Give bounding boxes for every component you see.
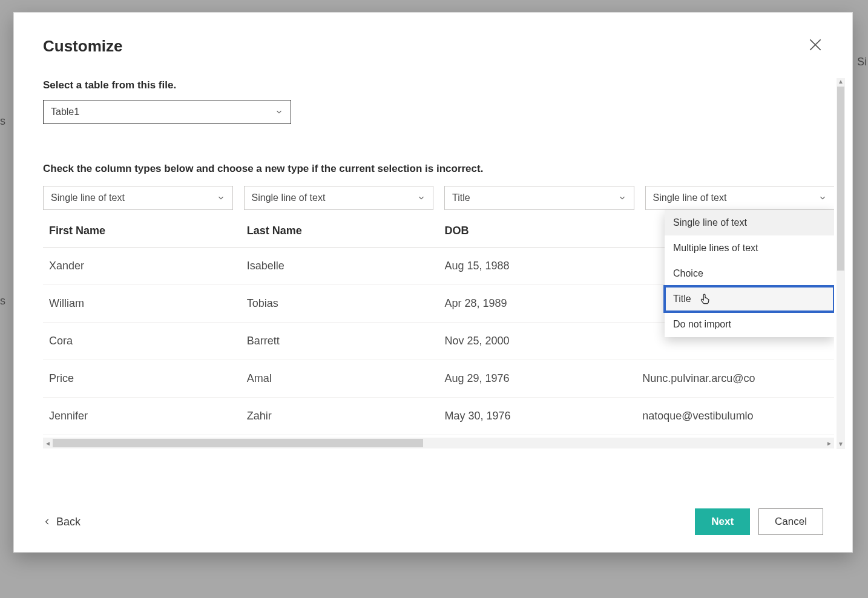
table-row: Jennifer Zahir May 30, 1976 natoque@vest… [43, 398, 834, 435]
cell-dob: May 30, 1976 [439, 398, 637, 435]
chevron-down-icon [818, 194, 827, 202]
background-text: Si [857, 56, 867, 68]
dropdown-option-title[interactable]: Title [665, 286, 834, 312]
table-row: Price Amal Aug 29, 1976 Nunc.pulvinar.ar… [43, 360, 834, 398]
close-icon [807, 37, 823, 53]
column-type-value: Single line of text [653, 192, 727, 203]
chevron-left-icon [43, 518, 51, 526]
scroll-right-arrow-icon[interactable]: ► [824, 438, 834, 448]
select-table-label: Select a table from this file. [43, 79, 834, 91]
cell-first-name: Cora [43, 323, 241, 360]
column-type-select-3[interactable]: Title [444, 186, 634, 210]
background-text: s [0, 295, 5, 307]
cell-last-name: Isabelle [241, 248, 439, 285]
cancel-button[interactable]: Cancel [758, 508, 823, 535]
scrollbar-track[interactable] [837, 87, 845, 441]
cell-dob: Aug 15, 1988 [439, 248, 637, 285]
table-header: Last Name [241, 214, 439, 248]
horizontal-scrollbar[interactable]: ◄ ► [43, 438, 834, 448]
footer-actions: Next Cancel [695, 508, 823, 535]
cell-last-name: Tobias [241, 285, 439, 323]
background-text: s [0, 115, 5, 128]
dropdown-option-single-line[interactable]: Single line of text [665, 210, 834, 235]
table-header: First Name [43, 214, 241, 248]
column-types-row: Single line of text Single line of text … [43, 186, 834, 210]
cell-email: Nunc.pulvinar.arcu@co [636, 360, 834, 398]
cell-last-name: Amal [241, 360, 439, 398]
dropdown-option-choice[interactable]: Choice [665, 261, 834, 286]
table-select[interactable]: Table1 [43, 100, 291, 124]
dropdown-option-multiple-lines[interactable]: Multiple lines of text [665, 235, 834, 261]
column-type-select-1[interactable]: Single line of text [43, 186, 233, 210]
back-button[interactable]: Back [43, 516, 81, 528]
chevron-down-icon [417, 194, 426, 202]
scrollbar-thumb[interactable] [837, 87, 844, 271]
cursor-hand-icon [699, 292, 712, 306]
column-type-value: Single line of text [252, 192, 326, 203]
next-button[interactable]: Next [695, 508, 750, 535]
scroll-down-arrow-icon[interactable]: ▼ [838, 441, 844, 449]
dropdown-option-do-not-import[interactable]: Do not import [665, 312, 834, 337]
dropdown-option-label: Title [673, 294, 691, 304]
column-type-value: Single line of text [51, 192, 125, 203]
cell-dob: Apr 28, 1989 [439, 285, 637, 323]
cell-dob: Nov 25, 2000 [439, 323, 637, 360]
scrollbar-track[interactable] [53, 438, 824, 448]
cell-last-name: Zahir [241, 398, 439, 435]
chevron-down-icon [217, 194, 225, 202]
chevron-down-icon [275, 108, 283, 116]
scroll-left-arrow-icon[interactable]: ◄ [43, 438, 53, 448]
content-area: Select a table from this file. Table1 Ch… [43, 79, 834, 485]
cell-dob: Aug 29, 1976 [439, 360, 637, 398]
back-label: Back [56, 516, 81, 528]
column-types-label: Check the column types below and choose … [43, 163, 834, 175]
customize-modal: Customize Select a table from this file.… [13, 12, 853, 553]
modal-footer: Back Next Cancel [43, 508, 823, 535]
cell-first-name: Price [43, 360, 241, 398]
cell-first-name: Xander [43, 248, 241, 285]
cell-email: natoque@vestibulumlo [636, 398, 834, 435]
column-type-value: Title [452, 192, 470, 203]
cell-first-name: Jennifer [43, 398, 241, 435]
cell-first-name: William [43, 285, 241, 323]
vertical-scrollbar[interactable]: ▲ ▼ [837, 78, 845, 449]
scroll-up-arrow-icon[interactable]: ▲ [838, 78, 844, 87]
cell-last-name: Barrett [241, 323, 439, 360]
column-type-dropdown: Single line of text Multiple lines of te… [665, 210, 834, 337]
page-title: Customize [43, 37, 823, 56]
table-select-value: Table1 [51, 107, 79, 117]
column-type-select-4[interactable]: Single line of text [645, 186, 835, 210]
scrollbar-thumb[interactable] [53, 439, 423, 447]
close-button[interactable] [807, 37, 823, 53]
table-header: DOB [439, 214, 637, 248]
chevron-down-icon [618, 194, 626, 202]
column-type-select-2[interactable]: Single line of text [244, 186, 434, 210]
